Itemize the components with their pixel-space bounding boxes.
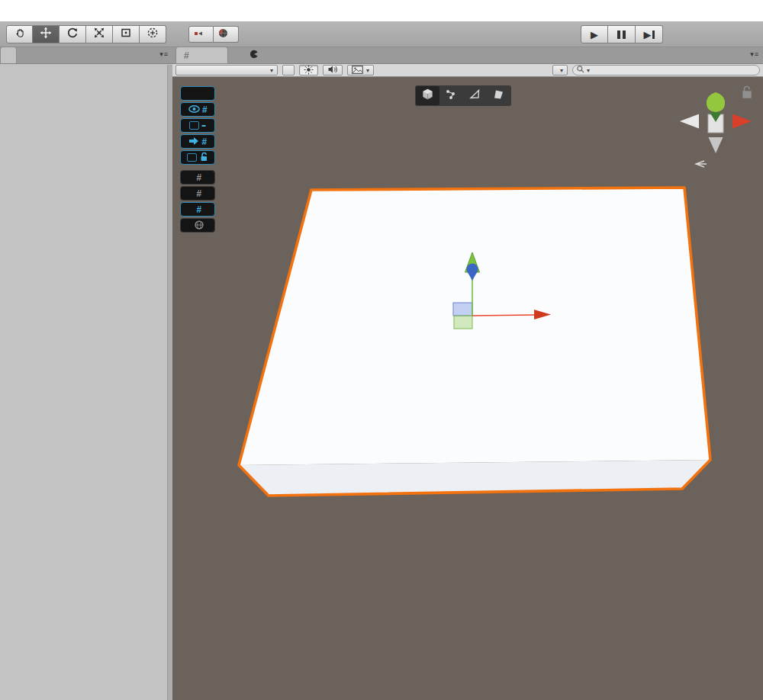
gizmo-y-cone[interactable] (707, 92, 725, 112)
scene-orientation-gizmo[interactable] (680, 86, 752, 167)
chevron-down-icon: ▾ (560, 67, 563, 74)
effects-dropdown-button[interactable]: ▾ (347, 65, 374, 75)
scene-search-field[interactable]: ▾ (572, 65, 760, 75)
gizmos-dropdown[interactable]: ▾ (552, 65, 568, 75)
progrids-snap-size-button[interactable] (180, 86, 215, 101)
pivot-mode-button[interactable] (188, 26, 214, 43)
scene-grid-icon: # (184, 50, 189, 61)
plane-top-face[interactable] (239, 188, 710, 465)
shading-mode-dropdown[interactable]: ▾ (175, 65, 278, 75)
progrids-axis-z-button[interactable]: # (180, 202, 215, 217)
sun-icon (304, 65, 314, 76)
pivot-toggle-group (188, 26, 239, 43)
lock-icon (199, 152, 208, 163)
vertex-icon (445, 88, 458, 104)
probuilder-item-list (0, 65, 166, 69)
scene-viewport[interactable]: # # # # # (172, 77, 763, 700)
grid-icon: # (201, 136, 207, 147)
editmode-toolbar (415, 85, 511, 106)
unlock-icon[interactable] (743, 86, 751, 98)
play-icon: ▶ (591, 29, 598, 40)
rotate-tool-button[interactable] (60, 25, 86, 43)
progrids-follow-grid-button[interactable] (180, 150, 215, 165)
lighting-toggle-button[interactable] (299, 65, 318, 75)
vertex-mode-button[interactable] (439, 86, 463, 105)
face-icon (492, 88, 505, 104)
cube-icon (421, 88, 434, 104)
transform-icon (146, 27, 159, 42)
unity-editor-window: ▶ ▶ ▾≡ # ▾≡ (0, 0, 763, 700)
transform-tool-button[interactable] (140, 25, 166, 43)
progrids-axis-x-button[interactable]: # (180, 170, 215, 185)
rotate-icon (66, 27, 79, 42)
orientation-mode-button[interactable] (214, 26, 239, 43)
progrids-axis-y-button[interactable]: # (180, 186, 215, 201)
toggle-slot-icon (187, 153, 197, 162)
eye-icon (188, 105, 200, 114)
sphere-grid-icon (195, 220, 204, 231)
scene-view-toolbar: ▾ ▾ ▾ ▾ (172, 64, 763, 77)
chevron-down-icon: ▾ (270, 67, 273, 74)
progrids-snap-enabled-button[interactable] (180, 118, 215, 133)
play-button[interactable]: ▶ (581, 25, 608, 43)
search-icon (576, 63, 585, 77)
gizmo-xy-plane-handle[interactable] (453, 303, 472, 316)
probuilder-tabstrip: ▾≡ (0, 47, 172, 64)
speaker-icon (327, 65, 338, 75)
panel-scrollbar[interactable] (167, 65, 172, 700)
scale-tool-button[interactable] (86, 25, 113, 43)
scale-icon (93, 27, 105, 42)
progrids-3d-mode-button[interactable] (180, 218, 215, 233)
gizmo-cone-down[interactable] (709, 137, 723, 153)
grid-icon: # (202, 104, 208, 115)
move-tool-button[interactable] (33, 25, 60, 43)
chevron-down-icon: ▾ (366, 67, 369, 74)
tab-game[interactable] (242, 47, 294, 63)
scene-panel-menu-icon[interactable]: ▾≡ (750, 50, 759, 58)
edge-mode-button[interactable] (463, 86, 487, 105)
tab-probuilder[interactable] (0, 47, 17, 63)
pause-button[interactable] (608, 25, 636, 43)
pause-icon (617, 31, 626, 39)
search-input[interactable] (591, 66, 744, 75)
object-mode-button[interactable] (416, 86, 439, 105)
hand-tool-button[interactable] (6, 25, 33, 43)
gizmo-x-cone[interactable] (732, 114, 752, 129)
globe-icon (218, 28, 228, 40)
audio-toggle-button[interactable] (323, 65, 343, 75)
game-icon (250, 50, 259, 61)
persp-arrow-icon (696, 161, 707, 167)
face-mode-button[interactable] (487, 86, 510, 105)
playback-group: ▶ ▶ (581, 25, 663, 43)
transform-tool-group (6, 25, 166, 43)
scene-tabstrip: # ▾≡ (172, 47, 763, 64)
snap-on-label (201, 125, 206, 127)
menu-bar (0, 0, 763, 21)
progrids-grid-visibility-button[interactable]: # (180, 102, 215, 117)
scene-panel: # ▾≡ ▾ (172, 47, 763, 700)
rect-tool-button[interactable] (113, 25, 140, 43)
probuilder-panel: ▾≡ (0, 47, 172, 700)
grid-icon: # (196, 204, 201, 215)
grid-icon: # (196, 172, 201, 183)
grid-icon: # (196, 188, 201, 199)
scene-3d-render (172, 77, 763, 700)
gizmo-xz-plane-handle[interactable] (454, 316, 472, 329)
gizmo-x-axis[interactable] (472, 315, 534, 316)
tab-scene[interactable]: # (175, 47, 228, 63)
step-button[interactable]: ▶ (636, 25, 663, 43)
2d-toggle-button[interactable] (282, 65, 295, 75)
chevron-down-icon: ▾ (587, 67, 590, 74)
move-icon (40, 27, 52, 42)
toggle-slot-icon (189, 121, 199, 130)
gizmo-cone-left[interactable] (680, 114, 699, 129)
panel-menu-icon[interactable]: ▾≡ (159, 50, 169, 58)
step-icon: ▶ (644, 29, 655, 40)
hand-icon (14, 27, 26, 42)
arrow-right-icon (188, 136, 199, 147)
progrids-push-to-grid-button[interactable]: # (180, 134, 215, 149)
main-toolbar: ▶ ▶ (0, 21, 763, 47)
pivot-icon (194, 29, 203, 40)
edge-icon (468, 88, 481, 104)
rect-tool-icon (120, 27, 132, 42)
